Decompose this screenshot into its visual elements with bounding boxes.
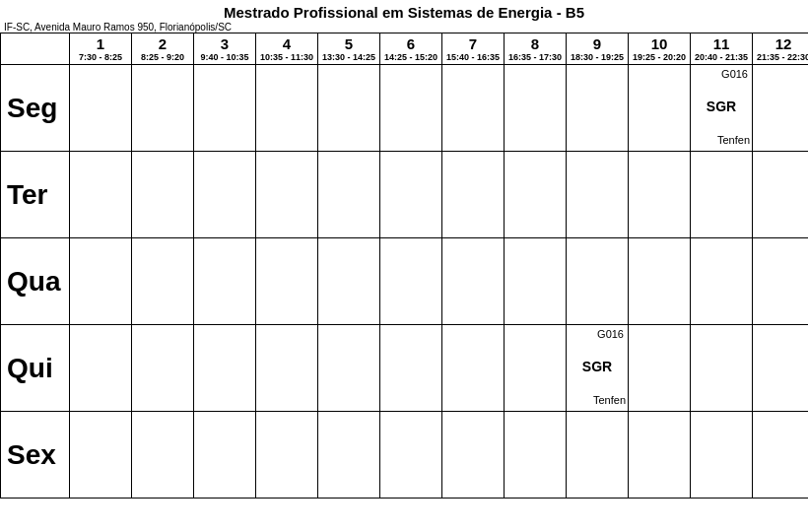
cell-qui-1 <box>70 325 132 412</box>
day-label-ter: Ter <box>1 152 70 238</box>
cell-qui-3 <box>194 325 256 412</box>
page-title: Mestrado Profissional em Sistemas de Ene… <box>0 0 808 22</box>
cell-qui-11 <box>691 325 753 412</box>
cell-seg-8 <box>505 65 567 152</box>
cell-ter-8 <box>505 152 567 238</box>
schedule-row-ter: Ter <box>1 152 809 238</box>
cell-qui-8 <box>505 325 567 412</box>
day-label-qui: Qui <box>1 325 70 412</box>
day-label-seg: Seg <box>1 65 70 152</box>
cell-seg-12 <box>753 65 809 152</box>
day-label-qua: Qua <box>1 238 70 325</box>
cell-sex-8 <box>505 412 567 499</box>
cell-qui-5 <box>318 325 380 412</box>
cell-ter-10 <box>629 152 691 238</box>
cell-sex-12 <box>753 412 809 499</box>
cell-qua-8 <box>505 238 567 325</box>
cell-ter-11 <box>691 152 753 238</box>
cell-sex-6 <box>380 412 442 499</box>
cell-ter-1 <box>70 152 132 238</box>
cell-sex-10 <box>629 412 691 499</box>
cell-sex-2 <box>132 412 194 499</box>
cell-qua-2 <box>132 238 194 325</box>
cell-sex-3 <box>194 412 256 499</box>
page-subtitle: IF-SC, Avenida Mauro Ramos 950, Florianó… <box>0 22 808 33</box>
cell-ter-3 <box>194 152 256 238</box>
cell-ter-12 <box>753 152 809 238</box>
period-header-11: 1120:40 - 21:35 <box>691 33 753 65</box>
period-header-9: 918:30 - 19:25 <box>567 33 629 65</box>
day-label-sex: Sex <box>1 412 70 499</box>
cell-seg-6 <box>380 65 442 152</box>
cell-seg-1 <box>70 65 132 152</box>
schedule-row-qua: Qua <box>1 238 809 325</box>
cell-qua-9 <box>567 238 629 325</box>
cell-qua-4 <box>256 238 318 325</box>
schedule-row-seg: Seg G016 SGR Tenfen <box>1 65 809 152</box>
cell-sex-7 <box>442 412 505 499</box>
schedule-body: Seg G016 SGR Tenfen TerQuaQui G016 SGR T… <box>1 65 809 499</box>
period-header-12: 1221:35 - 22:30 <box>753 33 809 65</box>
cell-qui-7 <box>442 325 505 412</box>
cell-qui-2 <box>132 325 194 412</box>
cell-ter-2 <box>132 152 194 238</box>
period-header-3: 39:40 - 10:35 <box>194 33 256 65</box>
period-header-6: 614:25 - 15:20 <box>380 33 442 65</box>
cell-qui-10 <box>629 325 691 412</box>
cell-ter-6 <box>380 152 442 238</box>
cell-qua-7 <box>442 238 505 325</box>
cell-qua-10 <box>629 238 691 325</box>
cell-ter-4 <box>256 152 318 238</box>
cell-seg-5 <box>318 65 380 152</box>
schedule-table: 17:30 - 8:2528:25 - 9:2039:40 - 10:35410… <box>0 33 808 499</box>
cell-seg-2 <box>132 65 194 152</box>
cell-seg-11: G016 SGR Tenfen <box>691 65 753 152</box>
schedule-row-sex: Sex <box>1 412 809 499</box>
cell-sex-5 <box>318 412 380 499</box>
cell-ter-7 <box>442 152 505 238</box>
cell-seg-3 <box>194 65 256 152</box>
cell-qua-6 <box>380 238 442 325</box>
cell-seg-7 <box>442 65 505 152</box>
cell-qua-12 <box>753 238 809 325</box>
period-header-10: 1019:25 - 20:20 <box>629 33 691 65</box>
cell-ter-9 <box>567 152 629 238</box>
cell-qua-5 <box>318 238 380 325</box>
cell-qua-11 <box>691 238 753 325</box>
day-header <box>1 33 70 65</box>
cell-sex-11 <box>691 412 753 499</box>
cell-qui-12 <box>753 325 809 412</box>
cell-qui-4 <box>256 325 318 412</box>
period-header-7: 715:40 - 16:35 <box>442 33 505 65</box>
period-header-5: 513:30 - 14:25 <box>318 33 380 65</box>
cell-sex-4 <box>256 412 318 499</box>
period-header-8: 816:35 - 17:30 <box>505 33 567 65</box>
cell-qua-3 <box>194 238 256 325</box>
cell-seg-4 <box>256 65 318 152</box>
period-header-4: 410:35 - 11:30 <box>256 33 318 65</box>
cell-sex-9 <box>567 412 629 499</box>
header-row: 17:30 - 8:2528:25 - 9:2039:40 - 10:35410… <box>1 33 809 65</box>
cell-sex-1 <box>70 412 132 499</box>
cell-qui-6 <box>380 325 442 412</box>
cell-ter-5 <box>318 152 380 238</box>
schedule-row-qui: Qui G016 SGR Tenfen <box>1 325 809 412</box>
cell-qui-9: G016 SGR Tenfen <box>567 325 629 412</box>
cell-qua-1 <box>70 238 132 325</box>
period-header-2: 28:25 - 9:20 <box>132 33 194 65</box>
cell-seg-9 <box>567 65 629 152</box>
cell-seg-10 <box>629 65 691 152</box>
period-header-1: 17:30 - 8:25 <box>70 33 132 65</box>
